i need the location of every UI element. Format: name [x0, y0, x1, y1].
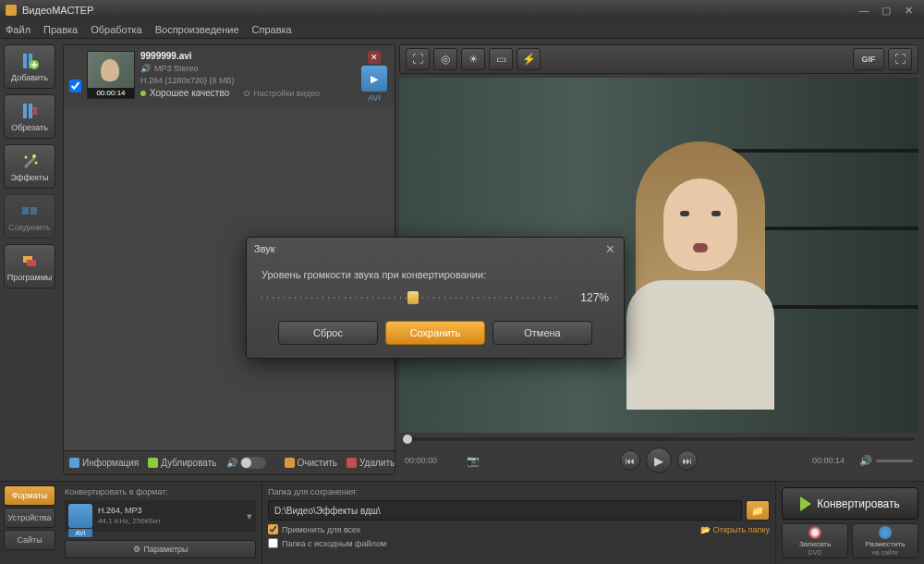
- speed-tool-button[interactable]: ⚡: [517, 48, 541, 70]
- prev-button[interactable]: ⏮: [620, 450, 640, 471]
- add-icon: [19, 51, 40, 71]
- file-checkbox[interactable]: [69, 69, 81, 103]
- close-button[interactable]: ✕: [898, 3, 918, 18]
- menu-playback[interactable]: Воспроизведение: [155, 24, 239, 35]
- volume-icon: 🔊: [226, 458, 237, 468]
- sound-dialog: Звук ✕ Уровень громкости звука при конве…: [246, 237, 625, 359]
- toggle-switch[interactable]: [240, 457, 266, 469]
- list-actions: Информация Дублировать 🔊 Очистить Удалит…: [64, 450, 395, 474]
- save-button[interactable]: Сохранить: [385, 321, 485, 345]
- chevron-down-icon: ▾: [247, 510, 252, 522]
- minimize-button[interactable]: —: [854, 3, 874, 18]
- effects-button[interactable]: Эффекты: [4, 144, 55, 189]
- svg-rect-8: [22, 207, 29, 215]
- publish-button[interactable]: Разместить на сайте: [852, 523, 918, 558]
- add-button[interactable]: Добавить: [4, 44, 55, 89]
- camera-button[interactable]: 📷: [464, 451, 482, 470]
- snapshot-tool-button[interactable]: ◎: [433, 48, 457, 70]
- menubar: Файл Правка Обработка Воспроизведение Сп…: [0, 20, 924, 39]
- save-path-input[interactable]: [268, 500, 742, 521]
- menu-file[interactable]: Файл: [6, 24, 30, 35]
- burn-dvd-button[interactable]: Записать DVD: [782, 523, 848, 558]
- tab-formats[interactable]: Форматы: [4, 485, 55, 506]
- slider-thumb[interactable]: [407, 291, 419, 304]
- app-logo-icon: [6, 5, 17, 16]
- maximize-button[interactable]: ▢: [876, 3, 896, 18]
- duplicate-icon: [148, 458, 158, 468]
- cut-icon: [19, 101, 40, 121]
- speaker-icon: 🔊: [140, 64, 151, 73]
- menu-help[interactable]: Справка: [252, 24, 292, 35]
- file-item[interactable]: 00:00:14 9999999.avi 🔊MP3 Stereo H.264 (…: [64, 45, 395, 108]
- convert-button[interactable]: Конвертировать: [782, 487, 918, 520]
- menu-process[interactable]: Обработка: [91, 24, 141, 35]
- play-button[interactable]: ▶: [646, 448, 672, 473]
- file-info: 9999999.avi 🔊MP3 Stereo H.264 (1280x720)…: [140, 51, 354, 103]
- file-remove-button[interactable]: ✕: [368, 51, 381, 64]
- format-panel: Конвертировать в формат: H.264, MP3 44,1…: [59, 482, 262, 564]
- file-name: 9999999.avi: [140, 51, 354, 61]
- tab-devices[interactable]: Устройства: [4, 508, 55, 528]
- join-icon: [19, 201, 40, 221]
- menu-edit[interactable]: Правка: [43, 24, 78, 35]
- save-panel-title: Папка для сохранения:: [268, 487, 770, 497]
- dialog-label: Уровень громкости звука при конвертирова…: [261, 269, 609, 280]
- volume-control[interactable]: 🔊: [859, 455, 913, 467]
- volume-slider[interactable]: [876, 460, 913, 462]
- volume-level-slider[interactable]: [261, 291, 559, 304]
- fullscreen-button[interactable]: ⛶: [888, 48, 912, 70]
- cut-button[interactable]: Обрезать: [4, 94, 55, 139]
- reset-button[interactable]: Сброс: [278, 321, 378, 345]
- file-settings-link[interactable]: Настройки видео: [244, 88, 320, 98]
- format-selector[interactable]: H.264, MP3 44,1 KHz, 256Кбит ▾: [65, 500, 256, 532]
- join-button[interactable]: Соединить: [4, 194, 55, 239]
- play-arrow-icon: [800, 497, 811, 511]
- programs-icon: [19, 251, 40, 271]
- effects-icon: [19, 151, 40, 171]
- gif-button[interactable]: GIF: [853, 48, 884, 70]
- volume-icon: 🔊: [859, 455, 872, 467]
- bottom-panel: Форматы Устройства Сайты Конвертировать …: [0, 481, 924, 564]
- save-panel: Папка для сохранения: 📁 Применить для вс…: [262, 482, 776, 564]
- seek-thumb[interactable]: [403, 435, 412, 444]
- delete-button[interactable]: Удалить: [346, 458, 395, 468]
- info-button[interactable]: Информация: [69, 458, 139, 468]
- seek-bar[interactable]: [399, 433, 918, 446]
- info-icon: [69, 458, 79, 468]
- duplicate-button[interactable]: Дублировать: [148, 458, 216, 468]
- app-title: ВидеоМАСТЕР: [22, 5, 852, 16]
- format-avi-icon: [68, 504, 92, 528]
- dialog-titlebar: Звук ✕: [247, 238, 624, 260]
- browse-button[interactable]: 📁: [746, 500, 770, 521]
- preview-toolbar: ⛶ ◎ ☀ ▭ ⚡ GIF ⛶: [399, 44, 918, 74]
- same-folder-checkbox[interactable]: [268, 538, 278, 548]
- cancel-button[interactable]: Отмена: [492, 321, 592, 345]
- programs-button[interactable]: Программы: [4, 244, 55, 288]
- crop-tool-button[interactable]: ⛶: [406, 48, 430, 70]
- next-button[interactable]: ⏭: [677, 450, 698, 471]
- quality-dot-icon: [140, 91, 146, 96]
- tab-sites[interactable]: Сайты: [4, 530, 55, 550]
- volume-toggle[interactable]: 🔊: [226, 457, 266, 469]
- file-duration: 00:00:14: [88, 88, 134, 98]
- file-codec: H.264 (1280x720) (6 MB): [140, 76, 354, 85]
- open-folder-link[interactable]: 📂Открыть папку: [700, 525, 770, 534]
- clear-button[interactable]: Очистить: [285, 458, 338, 468]
- titlebar: ВидеоМАСТЕР — ▢ ✕: [0, 0, 924, 20]
- dialog-close-button[interactable]: ✕: [603, 242, 616, 255]
- volume-value: 127%: [568, 291, 609, 304]
- file-thumbnail[interactable]: 00:00:14: [87, 51, 135, 99]
- sidebar: Добавить Обрезать Эффекты Соединить Прог…: [0, 39, 59, 481]
- svg-rect-4: [29, 104, 32, 118]
- clear-icon: [285, 458, 295, 468]
- apply-all-checkbox[interactable]: [268, 524, 278, 534]
- time-start: 00:00:00: [405, 456, 437, 465]
- globe-icon: [879, 526, 892, 539]
- time-end: 00:00:14: [812, 456, 845, 465]
- subtitle-tool-button[interactable]: ▭: [489, 48, 513, 70]
- brightness-tool-button[interactable]: ☀: [461, 48, 485, 70]
- folder-open-icon: 📂: [700, 525, 711, 534]
- parameters-button[interactable]: ⚙Параметры: [65, 540, 256, 558]
- svg-rect-0: [23, 54, 27, 68]
- format-panel-title: Конвертировать в формат:: [65, 487, 256, 497]
